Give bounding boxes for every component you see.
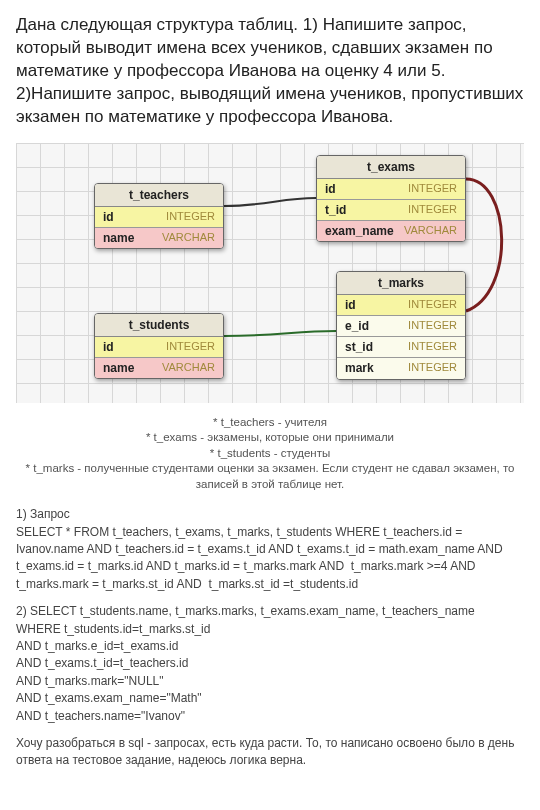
column-type: INTEGER [371,200,465,220]
legend-line: * t_marks - полученные студентами оценки… [16,461,524,492]
column-row: idINTEGER [337,295,465,315]
er-diagram: t_teachers idINTEGERnameVARCHAR t_exams … [16,143,524,403]
footnote: Хочу разобраться в sql - запросах, есть … [16,735,524,770]
column-type: INTEGER [371,179,465,199]
table-title: t_teachers [95,184,223,207]
legend-line: * t_teachers - учителя [16,415,524,431]
column-name: id [317,179,371,199]
column-type: VARCHAR [149,228,223,248]
column-type: INTEGER [149,207,223,227]
problem-statement: Дана следующая структура таблиц. 1) Напи… [16,14,524,129]
column-row: t_idINTEGER [317,199,465,220]
table-students: t_students idINTEGERnameVARCHAR [94,313,224,380]
column-type: INTEGER [391,316,465,336]
column-type: INTEGER [391,358,465,378]
column-row: markINTEGER [337,357,465,378]
column-name: t_id [317,200,371,220]
column-name: exam_name [317,221,396,241]
column-row: idINTEGER [95,207,223,227]
column-name: name [95,358,149,378]
table-body: idINTEGERe_idINTEGERst_idINTEGERmarkINTE… [337,295,465,379]
column-name: id [95,337,149,357]
column-row: idINTEGER [317,179,465,199]
column-name: name [95,228,149,248]
column-name: id [337,295,391,315]
column-name: mark [337,358,391,378]
table-body: idINTEGERnameVARCHAR [95,207,223,248]
legend-line: * t_exams - экзамены, которые они приним… [16,430,524,446]
answer-1: 1) Запрос SELECT * FROM t_teachers, t_ex… [16,506,524,593]
column-row: nameVARCHAR [95,357,223,378]
column-type: INTEGER [391,295,465,315]
table-title: t_students [95,314,223,337]
column-name: st_id [337,337,391,357]
column-name: e_id [337,316,391,336]
table-teachers: t_teachers idINTEGERnameVARCHAR [94,183,224,250]
column-row: exam_nameVARCHAR [317,220,465,241]
column-type: INTEGER [391,337,465,357]
column-type: VARCHAR [149,358,223,378]
table-exams: t_exams idINTEGERt_idINTEGERexam_nameVAR… [316,155,466,243]
column-row: st_idINTEGER [337,336,465,357]
table-body: idINTEGERt_idINTEGERexam_nameVARCHAR [317,179,465,242]
diagram-legend: * t_teachers - учителя* t_exams - экзаме… [16,415,524,493]
column-name: id [95,207,149,227]
table-title: t_marks [337,272,465,295]
column-type: VARCHAR [396,221,465,241]
table-body: idINTEGERnameVARCHAR [95,337,223,378]
sql-answers: 1) Запрос SELECT * FROM t_teachers, t_ex… [16,506,524,725]
table-title: t_exams [317,156,465,179]
column-row: nameVARCHAR [95,227,223,248]
column-row: e_idINTEGER [337,315,465,336]
column-row: idINTEGER [95,337,223,357]
answer-2: 2) SELECT t_students.name, t_marks.marks… [16,603,524,725]
legend-line: * t_students - студенты [16,446,524,462]
table-marks: t_marks idINTEGERe_idINTEGERst_idINTEGER… [336,271,466,380]
column-type: INTEGER [149,337,223,357]
